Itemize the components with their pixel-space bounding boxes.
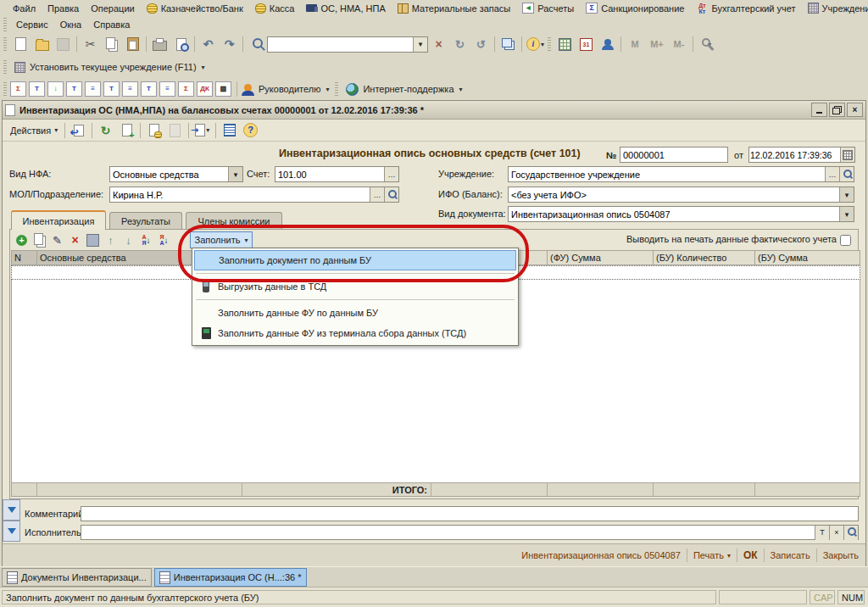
print-preview-icon[interactable] bbox=[170, 34, 192, 54]
posting-doc-icon[interactable]: ↓ bbox=[47, 81, 64, 97]
menu-edit[interactable]: Правка bbox=[42, 3, 85, 14]
user-t-report-icon[interactable]: Т bbox=[66, 81, 82, 97]
ifo-dropdown-icon[interactable]: ▾ bbox=[839, 187, 854, 202]
end-edit-icon[interactable] bbox=[84, 231, 102, 248]
calendar-icon[interactable]: 31 bbox=[576, 34, 597, 54]
ifo-input[interactable] bbox=[509, 190, 839, 200]
number-input[interactable] bbox=[620, 150, 727, 160]
date-field[interactable] bbox=[748, 147, 855, 163]
menu-materials[interactable]: Материальные запасы bbox=[392, 3, 517, 14]
print-icon[interactable] bbox=[149, 34, 170, 54]
doc-t-report-icon[interactable]: Т bbox=[103, 81, 120, 97]
info-icon[interactable]: i▾ bbox=[525, 34, 546, 54]
edit-row-icon[interactable] bbox=[48, 231, 66, 248]
mol-search-icon[interactable] bbox=[384, 187, 398, 202]
menu-windows[interactable]: Окна bbox=[54, 19, 88, 31]
help-icon[interactable]: ? bbox=[240, 120, 261, 141]
menu-cash[interactable]: Касса bbox=[249, 3, 301, 14]
show-postings-icon[interactable] bbox=[143, 120, 164, 141]
document-structure-icon[interactable] bbox=[219, 120, 240, 141]
doc-kind-combobox[interactable]: ▾ bbox=[508, 206, 854, 222]
copy-row-icon[interactable] bbox=[31, 231, 48, 248]
dk-sigma-icon[interactable]: Σ bbox=[178, 81, 194, 97]
date-input[interactable] bbox=[749, 150, 840, 160]
menu-institution[interactable]: Учреждение bbox=[802, 2, 868, 14]
institution-search-icon[interactable] bbox=[839, 167, 854, 181]
ifo-combobox[interactable]: ▾ bbox=[508, 187, 854, 203]
ok-button[interactable]: ОК bbox=[743, 549, 758, 561]
paste-icon[interactable] bbox=[122, 34, 143, 54]
internet-support-button[interactable]: Интернет-поддержка ▾ bbox=[342, 81, 466, 97]
windows-copy-icon[interactable] bbox=[498, 34, 519, 54]
executor-field[interactable]: T × bbox=[81, 525, 859, 540]
refresh-icon[interactable] bbox=[95, 120, 116, 141]
print-actual-data-checkbox[interactable] bbox=[840, 235, 851, 246]
menu-os-nma-npa[interactable]: ОС, НМА, НПА bbox=[300, 3, 391, 14]
checkered-report-icon[interactable]: ▨ bbox=[215, 81, 231, 97]
service-panel-button[interactable] bbox=[3, 499, 20, 521]
search-dropdown-icon[interactable]: ▾ bbox=[413, 37, 427, 52]
doc-movements-list-icon[interactable]: ≡ bbox=[159, 81, 175, 97]
tab-inventory[interactable]: Инвентаризация bbox=[11, 210, 106, 230]
actions-menu-button[interactable]: Действия▾ bbox=[6, 124, 62, 137]
mol-select-icon[interactable]: … bbox=[370, 187, 384, 202]
vid-nfa-combobox[interactable]: ▾ bbox=[109, 166, 243, 182]
doc-list-report-icon[interactable]: ≡ bbox=[122, 81, 138, 97]
move-up-icon[interactable] bbox=[102, 231, 120, 248]
settings-icon[interactable]: ▾ bbox=[696, 34, 717, 54]
schet-input[interactable] bbox=[275, 170, 384, 180]
user-permissions-icon[interactable] bbox=[597, 34, 618, 54]
close-button[interactable]: × bbox=[847, 103, 863, 117]
column-header-fu-sum[interactable]: (ФУ) Сумма bbox=[548, 250, 654, 265]
clear-search-icon[interactable] bbox=[428, 34, 449, 54]
repeat-search-icon[interactable] bbox=[449, 34, 470, 54]
cut-icon[interactable] bbox=[80, 34, 101, 54]
memory-minus-button[interactable]: M- bbox=[668, 36, 690, 53]
date-picker-icon[interactable] bbox=[840, 148, 854, 162]
fill-button[interactable]: Заполнить▾ bbox=[190, 231, 253, 248]
column-header-bu-sum[interactable]: (БУ) Сумма bbox=[755, 250, 860, 265]
vid-nfa-input[interactable] bbox=[110, 170, 228, 180]
menu-item-fill-from-bu[interactable]: Заполнить документ по данным БУ bbox=[194, 250, 516, 270]
search-icon[interactable] bbox=[246, 34, 267, 54]
menu-service[interactable]: Сервис bbox=[10, 19, 54, 31]
menu-item-fill-fu-from-tsd[interactable]: Заполнить данные ФУ из терминала сбора д… bbox=[194, 323, 516, 343]
minimize-button[interactable] bbox=[811, 103, 827, 117]
dk-doc-icon[interactable]: ДК bbox=[197, 81, 213, 97]
mol-field[interactable]: … bbox=[109, 187, 399, 203]
schet-field[interactable]: … bbox=[275, 166, 399, 182]
doc-kind-input[interactable] bbox=[509, 209, 839, 220]
manager-reports-button[interactable]: Руководителю ▾ bbox=[240, 82, 333, 96]
window-titlebar[interactable]: Инвентаризация ОС (НМА,НПА) на балансовы… bbox=[3, 101, 865, 120]
menu-accounting[interactable]: ДтКтБухгалтерский учет bbox=[690, 2, 801, 15]
mol-input[interactable] bbox=[110, 190, 370, 200]
close-window-button[interactable]: Закрыть bbox=[823, 550, 859, 560]
comment-input[interactable] bbox=[81, 509, 858, 519]
copy-icon[interactable] bbox=[101, 34, 122, 54]
service-panel-button-2[interactable] bbox=[3, 521, 20, 542]
menu-item-fill-fu-from-bu[interactable]: Заполнить данные ФУ по данным БУ bbox=[194, 303, 516, 323]
menu-sanctioning[interactable]: ΣСанкционирование bbox=[580, 2, 690, 14]
save-button[interactable]: Записать bbox=[771, 550, 810, 560]
menu-help[interactable]: Справка bbox=[87, 19, 136, 31]
move-down-icon[interactable] bbox=[120, 231, 137, 248]
save-icon[interactable] bbox=[53, 34, 74, 54]
post-document-icon[interactable] bbox=[68, 120, 89, 141]
calculator-icon[interactable] bbox=[554, 34, 576, 54]
search-combobox[interactable]: ▾ bbox=[267, 36, 428, 53]
comment-field[interactable] bbox=[81, 506, 859, 521]
menu-item-export-tsd[interactable]: Выгрузить данные в ТСД bbox=[194, 276, 516, 297]
column-header-bu-quantity[interactable]: (БУ) Количество bbox=[654, 250, 755, 265]
create-based-on-icon[interactable]: ▾ bbox=[192, 120, 213, 141]
sigma-table-icon[interactable]: Σ bbox=[10, 81, 26, 97]
search-input[interactable] bbox=[268, 39, 413, 49]
restore-button[interactable] bbox=[829, 103, 845, 117]
executor-clear-icon[interactable]: × bbox=[829, 526, 843, 540]
doc-movements-t-icon[interactable]: Т bbox=[141, 81, 157, 97]
institution-input[interactable] bbox=[509, 170, 825, 180]
menu-file[interactable]: Файл bbox=[7, 3, 42, 14]
memory-button[interactable]: M bbox=[624, 36, 646, 53]
memory-plus-button[interactable]: M+ bbox=[646, 36, 668, 53]
sort-asc-icon[interactable]: АЯ↓ bbox=[137, 231, 155, 248]
menu-treasury-bank[interactable]: Казначейство/Банк bbox=[141, 3, 249, 14]
